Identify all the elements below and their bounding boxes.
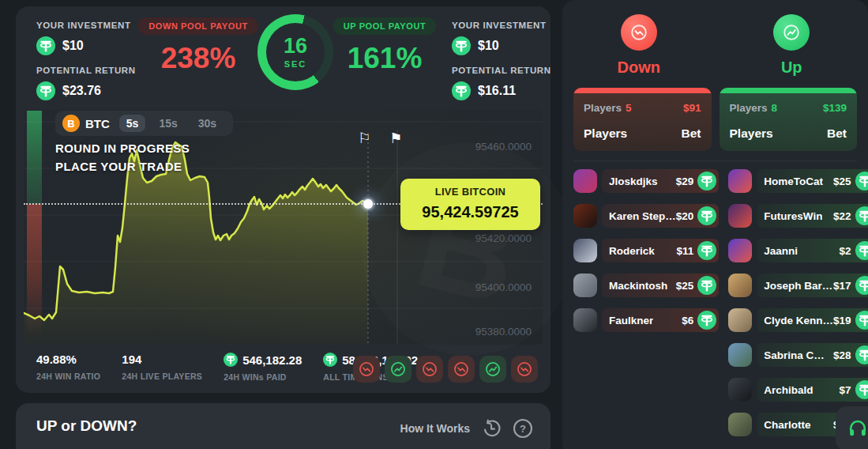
up-label: Up: [781, 58, 802, 77]
timeframe-tab-30s[interactable]: 30s: [191, 115, 224, 132]
live-price-value: 95,424.59725: [407, 203, 534, 221]
player-row: Faulkner$6: [573, 308, 719, 332]
up-or-down-title: UP or DOWN?: [36, 417, 137, 435]
support-chat-button[interactable]: [836, 406, 868, 449]
player-name: Roderick: [609, 245, 655, 257]
down-trend-icon: [621, 14, 657, 51]
down-pool-card[interactable]: Players 5 $91 Players Bet: [573, 88, 712, 151]
potential-return-value: $23.76: [62, 84, 101, 98]
app-root: YOUR INVESTMENT $10 POTENTIAL RETURN $23…: [0, 0, 868, 449]
how-it-works-link[interactable]: How It Works: [400, 422, 470, 435]
up-players-count: 8: [772, 102, 778, 114]
player-bet-pill: Karen Step…$20: [602, 204, 719, 228]
player-bet-pill: Joseph Bar…$17: [757, 274, 868, 297]
avatar: [728, 378, 752, 402]
down-pool-header[interactable]: Down: [562, 14, 716, 77]
round-result-down[interactable]: [353, 356, 380, 383]
stat-label: 24H LIVE PLAYERS: [122, 372, 202, 381]
avatar: [728, 343, 752, 367]
down-players-list: Jloskdjks$29 Karen Step…$20 Roderick$11 …: [573, 169, 719, 447]
round-start-flag-icon: ⚐: [358, 131, 370, 145]
up-card-topbar: [720, 88, 858, 93]
tether-icon: [36, 81, 55, 100]
player-bet-pill: HomeToCat$25: [757, 169, 868, 193]
player-bet-pill: FuturesWin$22: [757, 204, 868, 228]
player-name: Jaanni: [764, 245, 798, 257]
round-result-up[interactable]: [385, 356, 411, 383]
bet-column-header: Bet: [682, 126, 701, 141]
timeframe-tab-5s[interactable]: 5s: [119, 115, 146, 132]
round-result-down[interactable]: [448, 356, 475, 383]
down-players-count: 5: [626, 102, 632, 114]
player-row: Jaanni$2: [728, 239, 868, 262]
player-name: FuturesWin: [764, 210, 822, 222]
tether-icon: [452, 81, 471, 100]
player-bet-amount: $17: [833, 280, 855, 292]
player-bet-pill: Roderick$11: [602, 239, 719, 262]
down-label: Down: [618, 58, 660, 77]
down-card-topbar: [573, 88, 712, 93]
player-row: Jloskdjks$29: [573, 169, 719, 193]
stat-label: 24H WIN RATIO: [36, 372, 100, 381]
avatar: [573, 274, 597, 297]
symbol-timeframe-bar: B BTC 5s15s30s: [55, 111, 233, 136]
status-line-2: PLACE YOUR TRADE: [55, 157, 190, 175]
up-pool-card[interactable]: Players 8 $139 Players Bet: [720, 88, 858, 151]
player-name: Clyde Kenn…: [764, 315, 833, 326]
player-name: Faulkner: [609, 315, 653, 326]
player-bet-amount: $25: [676, 280, 698, 292]
tether-icon: [855, 276, 868, 295]
bet-column-header: Bet: [827, 126, 847, 141]
player-bet-pill: Jaanni$2: [757, 239, 868, 262]
potential-return-value: $16.11: [478, 84, 516, 98]
up-pool-block: UP POOL PAYOUT 161%: [318, 17, 452, 75]
up-pool-total: $139: [823, 102, 847, 114]
down-pool-payout: 238%: [131, 42, 265, 75]
player-bet-amount: $29: [676, 175, 698, 187]
live-price-badge: LIVE BITCOIN 95,424.59725: [400, 179, 540, 230]
tether-icon: [855, 311, 868, 330]
player-bet-amount: $19: [833, 315, 855, 326]
tether-icon: [855, 206, 868, 225]
round-result-up[interactable]: [479, 356, 506, 383]
price-axis-label: 95460.0000: [475, 141, 532, 153]
tether-icon: [697, 172, 716, 191]
round-status: ROUND IN PROGRESS PLACE YOUR TRADE: [55, 139, 190, 175]
tether-icon: [224, 353, 238, 367]
player-row: HomeToCat$25: [728, 169, 868, 193]
up-pool-payout: 161%: [318, 42, 452, 75]
player-bet-pill: Jloskdjks$29: [602, 169, 719, 193]
player-bet-pill: Sabrina C…$28: [757, 343, 868, 367]
stat-value: 546,182.28: [242, 353, 302, 367]
stat-label: 24H WINs PAID: [224, 372, 302, 382]
live-price-dot: [363, 199, 373, 209]
tether-icon: [36, 36, 55, 55]
help-icon[interactable]: ?: [512, 417, 533, 439]
avatar: [728, 308, 752, 332]
players-label: Players: [584, 102, 622, 114]
round-result-down[interactable]: [511, 356, 538, 383]
tether-icon: [855, 172, 868, 191]
round-header: YOUR INVESTMENT $10 POTENTIAL RETURN $23…: [16, 6, 550, 104]
player-name: Charlotte: [764, 419, 810, 431]
player-bet-amount: $22: [833, 210, 855, 222]
down-pool-block: DOWN POOL PAYOUT 238%: [131, 17, 265, 75]
avatar: [728, 169, 752, 193]
player-bet-amount: $28: [833, 349, 855, 361]
avatar: [573, 308, 597, 332]
timeframe-tab-15s[interactable]: 15s: [152, 115, 184, 132]
player-bet-amount: $25: [833, 175, 855, 187]
players-column-header: Players: [584, 126, 627, 141]
avatar: [728, 204, 752, 228]
up-pool-header[interactable]: Up: [716, 14, 868, 77]
investment-value: $10: [62, 39, 84, 53]
player-row: FuturesWin$22: [728, 204, 868, 228]
player-row: Mackintosh$25: [573, 274, 719, 297]
timer-unit: SEC: [284, 59, 307, 69]
status-line-1: ROUND IN PROGRESS: [55, 139, 190, 157]
round-result-down[interactable]: [416, 356, 443, 383]
tether-icon: [697, 276, 716, 295]
player-bet-amount: $2: [840, 245, 855, 257]
headphones-icon: [847, 417, 868, 440]
history-icon[interactable]: [480, 417, 502, 439]
